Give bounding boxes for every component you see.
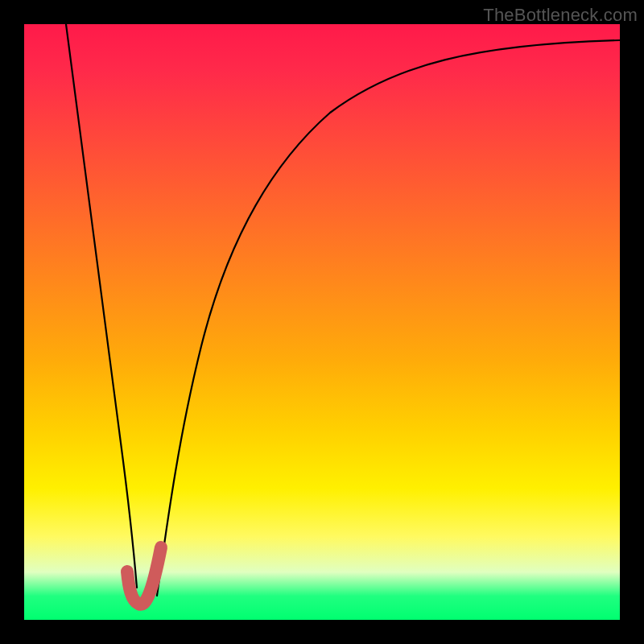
curves-layer [24,24,620,620]
curve-right [157,40,620,596]
watermark-text: TheBottleneck.com [483,5,638,26]
valley-tick [127,547,161,605]
chart-frame: TheBottleneck.com [0,0,644,644]
plot-area [24,24,620,620]
curve-left [66,24,137,588]
